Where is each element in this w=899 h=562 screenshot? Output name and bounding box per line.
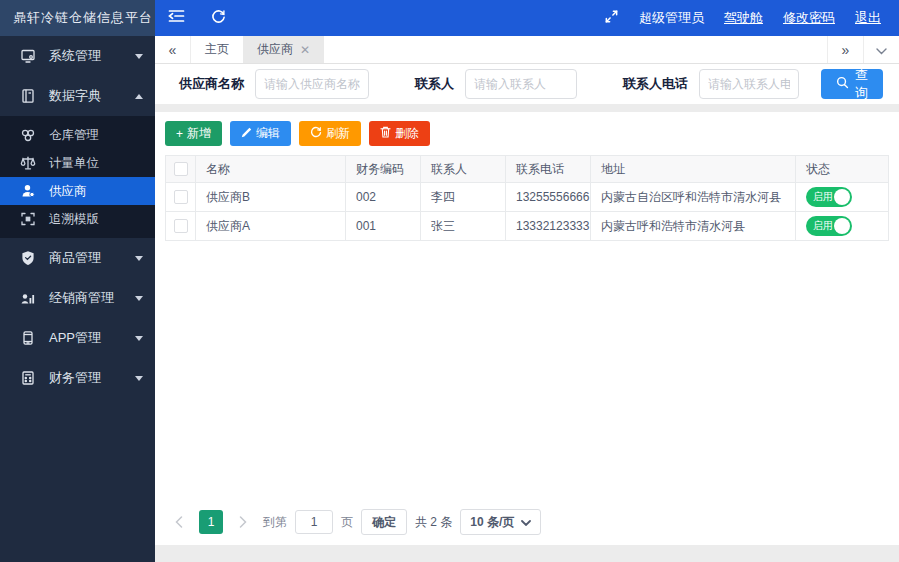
tab-home[interactable]: 主页 (191, 36, 243, 63)
sidebar-item-measure-unit[interactable]: 计量单位 (0, 149, 155, 177)
column-header-contact[interactable]: 联系人 (421, 156, 506, 183)
page-size-select[interactable]: 10 条/页 (460, 509, 541, 535)
field-label: 供应商名称 (179, 75, 244, 93)
fullscreen-icon (604, 9, 619, 27)
jump-prefix-label: 到第 (263, 514, 287, 531)
sidebar-collapse-button[interactable] (155, 0, 198, 36)
page-number-button[interactable]: 1 (199, 510, 223, 534)
sidebar-item-label: 系统管理 (49, 47, 135, 65)
app-title: 鼎轩冷链仓储信息平台 (0, 0, 155, 36)
sidebar-item-supplier[interactable]: 供应商 (0, 177, 155, 205)
delete-button[interactable]: 删除 (369, 121, 430, 146)
table-row[interactable]: 供应商A 001 张三 13332123333 内蒙古呼和浩特市清水河县 启用 (166, 212, 889, 241)
change-password-link[interactable]: 修改密码 (783, 9, 835, 27)
topbar-right: 超级管理员 驾驶舱 修改密码 退出 (604, 0, 899, 36)
search-field-supplier-name: 供应商名称 (179, 69, 369, 99)
sidebar-item-finance-management[interactable]: 财务管理 (0, 358, 155, 398)
smartphone-icon (20, 330, 36, 346)
refresh-button[interactable]: 刷新 (299, 121, 361, 146)
add-button[interactable]: +新增 (165, 121, 222, 146)
chevron-down-icon (135, 376, 143, 381)
menu-fold-icon (168, 9, 185, 27)
toggle-knob (834, 218, 850, 234)
search-button[interactable]: 查询 (821, 69, 883, 99)
next-page-button[interactable] (231, 510, 255, 534)
cockpit-link[interactable]: 驾驶舱 (724, 9, 763, 27)
jump-confirm-button[interactable]: 确定 (361, 509, 407, 535)
chevron-down-icon (135, 336, 143, 341)
prev-page-button[interactable] (167, 510, 191, 534)
edit-button-label: 编辑 (256, 125, 280, 142)
delete-button-label: 删除 (395, 125, 419, 142)
edit-button[interactable]: 编辑 (230, 121, 291, 146)
search-field-contact-phone: 联系人电话 (623, 69, 799, 99)
column-header-status[interactable]: 状态 (796, 156, 889, 183)
close-icon[interactable]: ✕ (300, 44, 310, 56)
cell-code: 002 (346, 183, 421, 212)
tab-label: 主页 (205, 41, 229, 58)
chevron-down-icon (876, 42, 887, 58)
column-header-code[interactable]: 财务编码 (346, 156, 421, 183)
search-button-label: 查询 (855, 66, 868, 102)
sidebar-item-data-dictionary[interactable]: 数据字典 (0, 76, 155, 116)
calculator-icon (20, 370, 36, 386)
sidebar-item-dealer-management[interactable]: 经销商管理 (0, 278, 155, 318)
field-label: 联系人 (415, 75, 454, 93)
sidebar: 系统管理 数据字典 仓库管理 (0, 36, 155, 562)
tabs-menu-button[interactable] (863, 36, 899, 63)
tabs-scroll-left-button[interactable]: « (155, 36, 191, 63)
supplier-table-card: +新增 编辑 刷新 (155, 112, 899, 545)
user-role-label[interactable]: 超级管理员 (639, 9, 704, 27)
notebook-icon (20, 88, 36, 104)
refresh-button-label: 刷新 (326, 125, 350, 142)
sidebar-item-label: 商品管理 (49, 249, 135, 267)
sidebar-item-label: 经销商管理 (49, 289, 135, 307)
status-toggle[interactable]: 启用 (806, 187, 852, 207)
row-checkbox[interactable] (174, 190, 188, 204)
tab-supplier[interactable]: 供应商 ✕ (243, 36, 324, 63)
column-header-phone[interactable]: 联系电话 (506, 156, 591, 183)
jump-page-input[interactable] (295, 510, 333, 534)
add-button-label: 新增 (187, 125, 211, 142)
table-row[interactable]: 供应商B 002 李四 13255556666 内蒙古自治区呼和浩特市清水河县 … (166, 183, 889, 212)
sidebar-item-warehouse-management[interactable]: 仓库管理 (0, 121, 155, 149)
tabbar: « 主页 供应商 ✕ » (155, 36, 899, 64)
cell-name: 供应商A (196, 212, 346, 241)
supplier-name-input[interactable] (255, 69, 369, 99)
tabbar-spacer (324, 36, 827, 63)
status-toggle[interactable]: 启用 (806, 216, 852, 236)
contact-input[interactable] (465, 69, 577, 99)
logout-link[interactable]: 退出 (855, 9, 881, 27)
cell-contact: 张三 (421, 212, 506, 241)
cell-address: 内蒙古呼和浩特市清水河县 (591, 212, 796, 241)
sidebar-item-label: 财务管理 (49, 369, 135, 387)
sidebar-item-label: 仓库管理 (49, 127, 143, 144)
double-chevron-right-icon: » (842, 42, 850, 58)
column-header-address[interactable]: 地址 (591, 156, 796, 183)
chevron-down-icon (135, 256, 143, 261)
chevron-up-icon (135, 94, 143, 99)
sidebar-item-label: 数据字典 (49, 87, 135, 105)
sidebar-item-goods-management[interactable]: 商品管理 (0, 238, 155, 278)
toggle-knob (834, 189, 850, 205)
sidebar-item-system-management[interactable]: 系统管理 (0, 36, 155, 76)
person-badge-icon (20, 183, 36, 199)
table-header-row: 名称 财务编码 联系人 联系电话 地址 状态 (166, 156, 889, 183)
search-icon (836, 76, 849, 92)
tabs-scroll-right-button[interactable]: » (827, 36, 863, 63)
select-all-checkbox[interactable] (174, 162, 188, 176)
supplier-table: 名称 财务编码 联系人 联系电话 地址 状态 供应商B 002 李四 13255… (165, 155, 889, 241)
fullscreen-button[interactable] (604, 0, 619, 36)
search-panel: 供应商名称 联系人 联系人电话 查询 (155, 64, 899, 104)
sidebar-item-trace-template[interactable]: 追溯模版 (0, 205, 155, 233)
sidebar-item-app-management[interactable]: APP管理 (0, 318, 155, 358)
row-checkbox[interactable] (174, 219, 188, 233)
refresh-icon (310, 126, 322, 141)
cell-code: 001 (346, 212, 421, 241)
chevron-down-icon (135, 54, 143, 59)
cell-phone: 13255556666 (506, 183, 591, 212)
tab-label: 供应商 (257, 41, 293, 58)
page-refresh-button[interactable] (198, 0, 239, 36)
column-header-name[interactable]: 名称 (196, 156, 346, 183)
contact-phone-input[interactable] (699, 69, 799, 99)
